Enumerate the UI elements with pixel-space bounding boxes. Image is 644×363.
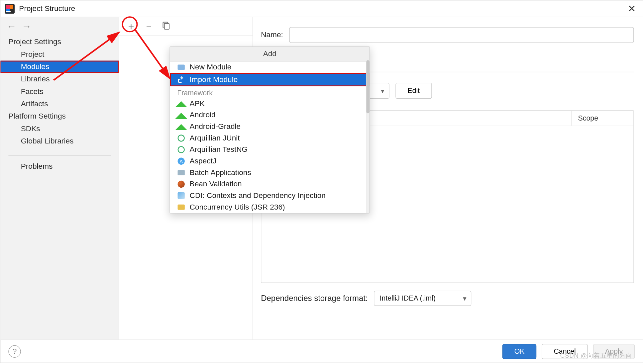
popup-item-batch-applications[interactable]: Batch Applications (170, 167, 370, 179)
sidebar-group-project-settings: Project Settings (0, 36, 119, 48)
popup-item-android[interactable]: ◢◣Android (170, 109, 370, 121)
import-icon (177, 76, 185, 84)
android-icon: ◢◣ (177, 111, 185, 119)
popup-item-label: Arquillian TestNG (190, 145, 248, 154)
sidebar-item-artifacts[interactable]: Artifacts (0, 98, 119, 110)
popup-item-concurrency-utils[interactable]: Concurrency Utils (JSR 236) (170, 202, 370, 213)
sidebar-item-global-libraries[interactable]: Global Libraries (0, 135, 119, 147)
popup-item-import-module[interactable]: Import Module (170, 73, 370, 86)
sidebar-item-sdks[interactable]: SDKs (0, 123, 119, 135)
arquillian-icon (177, 134, 185, 142)
add-module-button[interactable]: ＋ (126, 20, 136, 33)
add-popup: Add New Module Import Module Framework ◢… (170, 46, 370, 214)
annotation-circle (122, 16, 138, 32)
name-row: Name: (261, 27, 634, 43)
watermark: CSDN @向着五星的方向 (560, 352, 632, 360)
svg-rect-6 (164, 23, 169, 29)
edit-sdk-button[interactable]: Edit (395, 83, 432, 99)
name-label: Name: (261, 31, 283, 40)
ok-button[interactable]: OK (502, 344, 537, 359)
popup-subheader-framework: Framework (170, 86, 370, 98)
name-input[interactable] (289, 27, 634, 43)
sidebar-item-libraries[interactable]: Libraries (0, 73, 119, 85)
svg-rect-2 (10, 5, 13, 9)
storage-row: Dependencies storage format: IntelliJ ID… (261, 291, 634, 306)
bean-icon (177, 180, 185, 188)
android-icon: ◢◣ (177, 100, 185, 108)
batch-icon (177, 169, 185, 177)
popup-item-cdi[interactable]: CDI: Contexts and Dependency Injection (170, 190, 370, 202)
popup-item-label: New Module (190, 63, 232, 72)
popup-item-label: Arquillian JUnit (190, 134, 240, 143)
copy-module-button[interactable] (162, 21, 170, 32)
popup-item-arquillian-testng[interactable]: Arquillian TestNG (170, 144, 370, 155)
popup-item-label: Import Module (190, 75, 238, 84)
sidebar: ← → Project Settings Project Modules Lib… (0, 17, 119, 339)
popup-item-bean-validation[interactable]: Bean Validation (170, 178, 370, 190)
sidebar-divider (8, 155, 111, 156)
storage-format-select[interactable]: IntelliJ IDEA (.iml) ▾ (374, 291, 471, 306)
popup-item-arquillian-junit[interactable]: Arquillian JUnit (170, 133, 370, 144)
modules-toolbar: ＋ － (119, 17, 253, 36)
sidebar-item-modules[interactable]: Modules (0, 61, 119, 73)
close-button[interactable]: ✕ (625, 3, 638, 15)
sidebar-item-project[interactable]: Project (0, 48, 119, 60)
titlebar: Project Structure ✕ (0, 0, 643, 17)
column-scope[interactable]: Scope (572, 111, 634, 126)
popup-scrollbar[interactable] (366, 60, 370, 213)
popup-item-apk[interactable]: ◢◣APK (170, 98, 370, 110)
storage-label: Dependencies storage format: (261, 294, 368, 303)
popup-title: Add (170, 47, 370, 61)
svg-rect-1 (6, 5, 10, 9)
forward-icon[interactable]: → (22, 21, 31, 33)
popup-scrollbar-thumb[interactable] (366, 60, 369, 113)
popup-item-label: CDI: Contexts and Dependency Injection (190, 191, 326, 200)
aspectj-icon: A (177, 157, 185, 165)
sidebar-navbar: ← → (0, 17, 119, 36)
concurrency-icon (177, 203, 185, 211)
android-icon: ◢◣ (177, 123, 185, 131)
popup-item-label: Bean Validation (190, 180, 242, 189)
sidebar-group-platform-settings: Platform Settings (0, 110, 119, 123)
help-button[interactable]: ? (8, 345, 21, 357)
popup-item-android-gradle[interactable]: ◢◣Android-Gradle (170, 121, 370, 133)
dialog-footer: ? OK Cancel Apply (0, 339, 643, 362)
svg-rect-4 (6, 11, 11, 12)
popup-item-label: Android-Gradle (190, 122, 241, 131)
popup-item-aspectj[interactable]: AAspectJ (170, 155, 370, 167)
sidebar-item-problems[interactable]: Problems (0, 159, 119, 173)
popup-item-label: Batch Applications (190, 168, 251, 177)
intellij-logo-icon (5, 4, 15, 13)
remove-module-button[interactable]: － (144, 20, 154, 33)
project-structure-dialog: Project Structure ✕ ← → Project Settings… (0, 0, 643, 363)
sidebar-item-facets[interactable]: Facets (0, 85, 119, 98)
arquillian-icon (177, 146, 185, 154)
storage-format-value: IntelliJ IDEA (.iml) (380, 294, 436, 302)
popup-item-new-module[interactable]: New Module (170, 61, 370, 73)
popup-item-label: APK (190, 99, 205, 108)
chevron-down-icon: ▾ (381, 87, 384, 95)
folder-icon (177, 63, 185, 71)
cdi-icon (177, 192, 185, 200)
popup-item-label: AspectJ (190, 157, 217, 166)
popup-list: New Module Import Module Framework ◢◣APK… (170, 61, 370, 213)
popup-item-label: Android (190, 111, 216, 120)
chevron-down-icon: ▾ (463, 294, 467, 303)
back-icon[interactable]: ← (7, 21, 16, 33)
popup-item-label: Concurrency Utils (JSR 236) (190, 203, 285, 212)
window-title: Project Structure (19, 4, 75, 13)
